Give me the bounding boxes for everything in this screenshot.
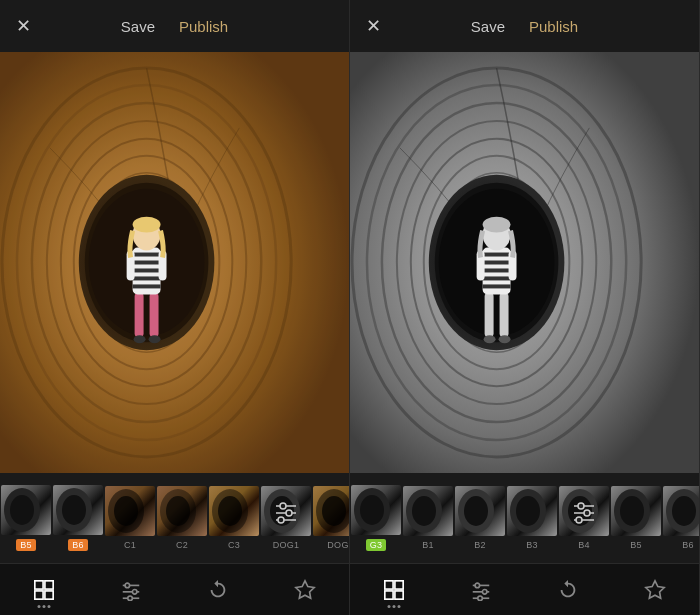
svg-point-55 [128,595,133,600]
svg-point-95 [584,510,590,516]
adjust-icon [120,579,142,601]
frame-active-dots [37,605,50,608]
filter-thumb-g3-right [351,485,401,535]
left-toolbar [0,563,349,615]
filter-thumb-b5-left [1,485,51,535]
rotate-icon [207,579,229,601]
filter-item-dog-left[interactable]: DOG [312,484,349,552]
svg-rect-11 [0,52,349,473]
right-star-button[interactable] [635,570,675,610]
left-star-button[interactable] [285,570,325,610]
left-adjust-button[interactable] [111,570,151,610]
svg-point-51 [125,583,130,588]
svg-rect-75 [483,268,511,272]
svg-point-35 [218,496,242,526]
svg-rect-46 [34,580,42,588]
filter-thumb-dog1-left [261,486,311,536]
left-save-button[interactable]: Save [121,18,155,35]
svg-rect-21 [133,284,161,288]
svg-point-83 [360,495,384,525]
right-photo-svg [350,52,699,473]
star-icon [294,579,316,601]
left-panel: ✕ Save Publish [0,0,350,615]
svg-point-99 [620,496,644,526]
svg-rect-13 [150,292,159,337]
filter-label-dog-left: DOG [327,540,348,550]
frame-icon [33,579,55,601]
filter-item-c2-left[interactable]: C2 [156,484,208,552]
filter-item-b5-right[interactable]: B5 [610,484,662,552]
right-save-button[interactable]: Save [471,18,505,35]
filter-item-b2-right[interactable]: B2 [454,484,506,552]
svg-rect-69 [500,292,509,337]
filter-item-c1-left[interactable]: C1 [104,484,156,552]
filter-item-b3-right[interactable]: B3 [506,484,558,552]
svg-rect-48 [34,590,42,598]
filter-item-b6-left[interactable]: B6 [52,483,104,553]
filter-label-b5-right: B5 [630,540,642,550]
left-filter-strip: B5 B6 C1 C2 C3 [0,473,349,563]
filter-item-dog1-left[interactable]: DOG1 [260,484,312,552]
svg-point-85 [412,496,436,526]
filter-thumb-b5-right [611,486,661,536]
svg-point-41 [286,510,292,516]
left-header-actions: Save Publish [121,18,228,35]
right-rotate-icon [557,579,579,601]
right-header-actions: Save Publish [471,18,578,35]
svg-point-89 [516,496,540,526]
svg-marker-56 [296,580,314,597]
svg-point-107 [475,583,480,588]
left-photo-area [0,52,349,473]
svg-point-14 [134,335,146,343]
svg-point-31 [114,496,138,526]
svg-point-45 [322,496,346,526]
svg-point-33 [166,496,190,526]
right-close-button[interactable]: ✕ [366,17,381,35]
svg-point-39 [280,503,286,509]
filter-item-c3-left[interactable]: C3 [208,484,260,552]
svg-rect-104 [384,590,392,598]
svg-point-101 [672,496,696,526]
svg-rect-77 [483,284,511,288]
svg-marker-112 [646,580,664,597]
filter-label-g3-right: G3 [366,539,387,551]
right-frame-icon [383,579,405,601]
filter-thumb-b6-right [663,486,699,536]
svg-rect-105 [395,590,403,598]
svg-rect-68 [485,292,494,337]
right-filter-strip: G3 B1 B2 B3 [350,473,699,563]
filter-thumb-b4-right [559,486,609,536]
svg-point-97 [576,517,582,523]
left-close-button[interactable]: ✕ [16,17,31,35]
right-frame-button[interactable] [374,570,414,610]
svg-point-29 [62,495,86,525]
filter-label-b6-left: B6 [68,539,88,551]
svg-point-111 [478,595,483,600]
right-publish-button[interactable]: Publish [529,18,578,35]
left-publish-button[interactable]: Publish [179,18,228,35]
right-star-icon [644,579,666,601]
filter-label-b4-right: B4 [578,540,590,550]
filter-thumb-dog-left [313,486,349,536]
svg-point-81 [483,217,511,233]
filter-item-b1-right[interactable]: B1 [402,484,454,552]
right-rotate-button[interactable] [548,570,588,610]
filter-item-b4-right[interactable]: B4 [558,484,610,552]
right-toolbar [350,563,699,615]
svg-rect-18 [133,261,161,265]
svg-rect-20 [133,276,161,280]
filter-thumb-b2-right [455,486,505,536]
filter-item-g3-right[interactable]: G3 [350,483,402,553]
right-adjust-button[interactable] [461,570,501,610]
svg-rect-102 [384,580,392,588]
right-panel: ✕ Save Publish [350,0,700,615]
filter-item-b6-right[interactable]: B6 [662,484,699,552]
svg-point-27 [10,495,34,525]
svg-point-93 [578,503,584,509]
right-header: ✕ Save Publish [350,0,699,52]
svg-rect-73 [483,253,511,257]
left-rotate-button[interactable] [198,570,238,610]
svg-point-15 [149,335,161,343]
left-frame-button[interactable] [24,570,64,610]
filter-item-b5-left[interactable]: B5 [0,483,52,553]
